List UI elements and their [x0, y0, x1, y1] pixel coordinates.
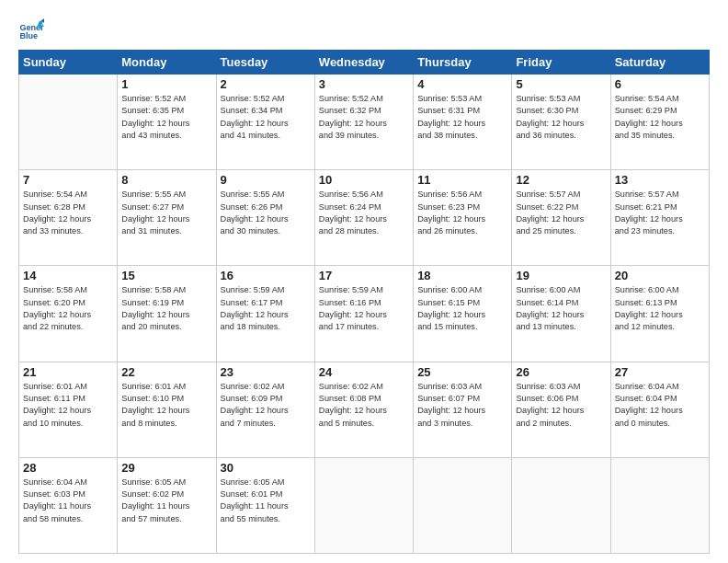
day-number: 3: [319, 77, 409, 91]
page: General Blue SundayMondayTuesdayWednesda…: [0, 0, 728, 563]
day-info: Sunrise: 5:58 AM Sunset: 6:19 PM Dayligh…: [121, 284, 211, 333]
calendar-cell: [610, 457, 709, 553]
day-number: 4: [417, 77, 507, 91]
calendar-cell: 30Sunrise: 6:05 AM Sunset: 6:01 PM Dayli…: [216, 457, 314, 553]
calendar-cell: 2Sunrise: 5:52 AM Sunset: 6:34 PM Daylig…: [216, 75, 314, 170]
calendar-cell: 24Sunrise: 6:02 AM Sunset: 6:08 PM Dayli…: [314, 362, 413, 457]
weekday-header: Saturday: [610, 51, 709, 75]
logo-icon: General Blue: [18, 17, 44, 42]
weekday-header: Wednesday: [314, 51, 413, 75]
calendar-week-row: 14Sunrise: 5:58 AM Sunset: 6:20 PM Dayli…: [19, 266, 710, 362]
day-info: Sunrise: 5:52 AM Sunset: 6:32 PM Dayligh…: [319, 93, 409, 142]
day-info: Sunrise: 5:53 AM Sunset: 6:31 PM Dayligh…: [417, 93, 507, 142]
day-info: Sunrise: 5:57 AM Sunset: 6:22 PM Dayligh…: [516, 189, 606, 237]
calendar-week-row: 28Sunrise: 6:04 AM Sunset: 6:03 PM Dayli…: [19, 457, 710, 553]
calendar-cell: 22Sunrise: 6:01 AM Sunset: 6:10 PM Dayli…: [118, 362, 216, 457]
calendar-cell: 27Sunrise: 6:04 AM Sunset: 6:04 PM Dayli…: [610, 362, 709, 457]
calendar-cell: 1Sunrise: 5:52 AM Sunset: 6:35 PM Daylig…: [118, 75, 216, 170]
calendar-cell: 9Sunrise: 5:55 AM Sunset: 6:26 PM Daylig…: [216, 170, 314, 266]
day-info: Sunrise: 5:59 AM Sunset: 6:17 PM Dayligh…: [221, 284, 311, 333]
calendar-week-row: 21Sunrise: 6:01 AM Sunset: 6:11 PM Dayli…: [19, 362, 710, 457]
calendar-cell: 16Sunrise: 5:59 AM Sunset: 6:17 PM Dayli…: [216, 266, 314, 362]
calendar-cell: 21Sunrise: 6:01 AM Sunset: 6:11 PM Dayli…: [19, 362, 118, 457]
weekday-header: Sunday: [19, 51, 118, 75]
calendar-cell: 18Sunrise: 6:00 AM Sunset: 6:15 PM Dayli…: [414, 266, 512, 362]
day-number: 5: [516, 77, 606, 91]
day-info: Sunrise: 6:05 AM Sunset: 6:01 PM Dayligh…: [221, 477, 311, 525]
header: General Blue: [18, 17, 710, 42]
day-number: 13: [615, 173, 705, 187]
day-info: Sunrise: 6:03 AM Sunset: 6:06 PM Dayligh…: [516, 381, 606, 430]
day-number: 18: [417, 269, 507, 282]
calendar-cell: 26Sunrise: 6:03 AM Sunset: 6:06 PM Dayli…: [512, 362, 610, 457]
calendar-cell: 17Sunrise: 5:59 AM Sunset: 6:16 PM Dayli…: [314, 266, 413, 362]
calendar-week-row: 1Sunrise: 5:52 AM Sunset: 6:35 PM Daylig…: [19, 75, 710, 170]
day-info: Sunrise: 5:56 AM Sunset: 6:23 PM Dayligh…: [417, 189, 507, 237]
day-number: 27: [615, 365, 705, 379]
day-number: 8: [121, 173, 211, 187]
day-number: 14: [23, 269, 113, 282]
calendar-cell: 5Sunrise: 5:53 AM Sunset: 6:30 PM Daylig…: [512, 75, 610, 170]
day-info: Sunrise: 6:02 AM Sunset: 6:09 PM Dayligh…: [221, 381, 311, 430]
weekday-header: Thursday: [414, 51, 512, 75]
calendar-cell: 14Sunrise: 5:58 AM Sunset: 6:20 PM Dayli…: [19, 266, 118, 362]
calendar-cell: 15Sunrise: 5:58 AM Sunset: 6:19 PM Dayli…: [118, 266, 216, 362]
weekday-header: Tuesday: [216, 51, 314, 75]
calendar-cell: [512, 457, 610, 553]
calendar-cell: 29Sunrise: 6:05 AM Sunset: 6:02 PM Dayli…: [118, 457, 216, 553]
calendar-cell: 7Sunrise: 5:54 AM Sunset: 6:28 PM Daylig…: [19, 170, 118, 266]
calendar-cell: 25Sunrise: 6:03 AM Sunset: 6:07 PM Dayli…: [414, 362, 512, 457]
day-number: 2: [221, 77, 311, 91]
day-info: Sunrise: 6:00 AM Sunset: 6:15 PM Dayligh…: [417, 284, 507, 333]
calendar-cell: 19Sunrise: 6:00 AM Sunset: 6:14 PM Dayli…: [512, 266, 610, 362]
calendar-cell: 10Sunrise: 5:56 AM Sunset: 6:24 PM Dayli…: [314, 170, 413, 266]
calendar-cell: 11Sunrise: 5:56 AM Sunset: 6:23 PM Dayli…: [414, 170, 512, 266]
weekday-header-row: SundayMondayTuesdayWednesdayThursdayFrid…: [19, 51, 710, 75]
day-number: 25: [417, 365, 507, 379]
weekday-header: Friday: [512, 51, 610, 75]
day-number: 20: [615, 269, 705, 282]
day-info: Sunrise: 6:04 AM Sunset: 6:03 PM Dayligh…: [23, 477, 113, 525]
day-number: 19: [516, 269, 606, 282]
calendar-week-row: 7Sunrise: 5:54 AM Sunset: 6:28 PM Daylig…: [19, 170, 710, 266]
day-number: 7: [23, 173, 113, 187]
day-number: 10: [319, 173, 409, 187]
day-number: 16: [221, 269, 311, 282]
day-info: Sunrise: 6:00 AM Sunset: 6:14 PM Dayligh…: [516, 284, 606, 333]
day-number: 21: [23, 365, 113, 379]
calendar-cell: 12Sunrise: 5:57 AM Sunset: 6:22 PM Dayli…: [512, 170, 610, 266]
day-info: Sunrise: 5:58 AM Sunset: 6:20 PM Dayligh…: [23, 284, 113, 333]
day-number: 24: [319, 365, 409, 379]
calendar-cell: [19, 75, 118, 170]
calendar-cell: 3Sunrise: 5:52 AM Sunset: 6:32 PM Daylig…: [314, 75, 413, 170]
calendar-cell: 23Sunrise: 6:02 AM Sunset: 6:09 PM Dayli…: [216, 362, 314, 457]
day-number: 22: [121, 365, 211, 379]
calendar-cell: 20Sunrise: 6:00 AM Sunset: 6:13 PM Dayli…: [610, 266, 709, 362]
day-info: Sunrise: 5:54 AM Sunset: 6:29 PM Dayligh…: [615, 93, 705, 142]
day-info: Sunrise: 5:52 AM Sunset: 6:35 PM Dayligh…: [121, 93, 211, 142]
day-info: Sunrise: 5:57 AM Sunset: 6:21 PM Dayligh…: [615, 189, 705, 237]
day-info: Sunrise: 5:53 AM Sunset: 6:30 PM Dayligh…: [516, 93, 606, 142]
calendar-cell: 4Sunrise: 5:53 AM Sunset: 6:31 PM Daylig…: [414, 75, 512, 170]
day-number: 9: [221, 173, 311, 187]
day-number: 6: [615, 77, 705, 91]
day-number: 12: [516, 173, 606, 187]
logo: General Blue: [18, 17, 44, 42]
day-info: Sunrise: 5:55 AM Sunset: 6:27 PM Dayligh…: [121, 189, 211, 237]
day-number: 15: [121, 269, 211, 282]
day-info: Sunrise: 6:01 AM Sunset: 6:10 PM Dayligh…: [121, 381, 211, 430]
day-number: 11: [417, 173, 507, 187]
day-info: Sunrise: 5:56 AM Sunset: 6:24 PM Dayligh…: [319, 189, 409, 237]
day-number: 28: [23, 461, 113, 475]
svg-text:Blue: Blue: [19, 31, 38, 40]
day-number: 30: [221, 461, 311, 475]
day-number: 29: [121, 461, 211, 475]
calendar-cell: 13Sunrise: 5:57 AM Sunset: 6:21 PM Dayli…: [610, 170, 709, 266]
day-number: 1: [121, 77, 211, 91]
day-number: 23: [221, 365, 311, 379]
day-info: Sunrise: 6:00 AM Sunset: 6:13 PM Dayligh…: [615, 284, 705, 333]
calendar-cell: 6Sunrise: 5:54 AM Sunset: 6:29 PM Daylig…: [610, 75, 709, 170]
day-number: 17: [319, 269, 409, 282]
calendar-cell: [314, 457, 413, 553]
weekday-header: Monday: [118, 51, 216, 75]
